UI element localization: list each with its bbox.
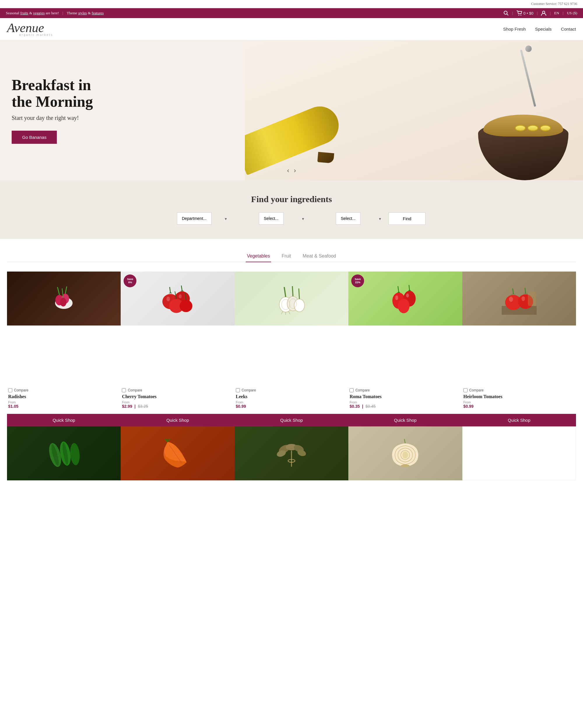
hero-content: Breakfast in the Morning Start your day … (0, 59, 122, 161)
announcement-text: Seasonal fruits & veggies are here! (6, 11, 59, 16)
save-percent-cherry: 8% (128, 281, 132, 284)
language-selector[interactable]: EN (554, 11, 559, 16)
hero-cta-button[interactable]: Go Bananas (12, 131, 57, 144)
cart-button[interactable]: 0 • $0 (517, 10, 533, 16)
logo[interactable]: Avenue organic markets (7, 22, 53, 36)
save-percent-roma: 22% (355, 281, 360, 284)
select1-wrapper: Select... (234, 212, 308, 225)
tab-fruit[interactable]: Fruit (280, 251, 292, 262)
product-card-herbs (235, 426, 348, 480)
hero-next-button[interactable]: › (294, 167, 296, 175)
product-info-radishes: Compare Radishes From $1.05 (7, 385, 121, 412)
banana-slice (527, 125, 538, 131)
veggies-link[interactable]: veggies (33, 11, 45, 15)
nav-shop-fresh[interactable]: Shop Fresh (503, 27, 526, 31)
styles-link[interactable]: styles (78, 11, 87, 15)
product-card-leeks: Compare Leeks From $0.99 Quick Shop (235, 271, 348, 426)
product-price-radishes: $1.05 (8, 404, 119, 409)
herbs-svg (275, 439, 308, 468)
finder-section: Find your ingredients Department... Sele… (0, 180, 583, 239)
product-card-empty (462, 426, 576, 480)
svg-point-35 (398, 299, 410, 313)
hero-prev-button[interactable]: ‹ (287, 167, 289, 175)
product-card-cherry-tomatoes: Save 8% (121, 271, 234, 426)
product-info-leeks: Compare Leeks From $0.99 (235, 385, 348, 412)
account-button[interactable] (541, 10, 546, 16)
spoon-head (525, 45, 533, 53)
quick-shop-radishes[interactable]: Quick Shop (7, 414, 121, 426)
save-label-cherry: Save (127, 278, 133, 281)
radishes-img-bg (7, 271, 121, 326)
compare-label-roma: Compare (355, 388, 370, 392)
quick-shop-cherry-tomatoes[interactable]: Quick Shop (121, 414, 234, 426)
product-from-leeks: From (236, 400, 347, 404)
quick-shop-roma-tomatoes[interactable]: Quick Shop (348, 414, 462, 426)
divider: | (62, 11, 63, 16)
product-info-heirloom: Compare Heirloom Tomatoes From $0.99 (462, 385, 576, 412)
svg-point-2 (518, 15, 519, 16)
search-icon (503, 10, 509, 16)
header-icons: | 0 • $0 | | EN | US ($) (503, 10, 577, 16)
banana-decoration (245, 101, 344, 175)
banana-slice (515, 125, 526, 131)
carrot-svg (162, 439, 194, 468)
svg-line-29 (299, 288, 299, 299)
select1[interactable]: Select... (259, 212, 284, 225)
svg-rect-47 (528, 291, 536, 306)
finder-row: Department... Select... Select... Find (158, 212, 425, 225)
svg-line-1 (507, 14, 508, 16)
logo-name: Avenue (7, 22, 44, 34)
product-card-zucchini (7, 426, 121, 480)
tab-vegetables[interactable]: Vegetables (246, 251, 271, 262)
product-from-heirloom: From (464, 400, 575, 404)
compare-checkbox-cherry[interactable] (122, 388, 126, 392)
quick-shop-leeks[interactable]: Quick Shop (235, 414, 348, 426)
product-card-onion (348, 426, 462, 480)
cherry-tomatoes-img-bg (121, 271, 234, 326)
product-from-radishes: From (8, 400, 119, 404)
compare-row-heirloom: Compare (464, 388, 575, 392)
announcement-left: Seasonal fruits & veggies are here! | Th… (6, 11, 104, 16)
department-select[interactable]: Department... (177, 212, 212, 225)
compare-label-cherry: Compare (128, 388, 142, 392)
product-price-leeks: $0.99 (236, 404, 347, 409)
product-image-radishes (7, 271, 121, 385)
nav-contact[interactable]: Contact (561, 27, 576, 31)
tab-meat-seafood[interactable]: Meat & Seafood (301, 251, 337, 262)
roma-price-original: $0.45 (365, 404, 376, 409)
roma-price-current: $0.35 (350, 404, 360, 409)
quick-shop-heirloom[interactable]: Quick Shop (462, 414, 576, 426)
banana-slice (540, 125, 551, 131)
product-price-cherry: $2.99 | $3.25 (122, 404, 233, 409)
svg-point-3 (520, 15, 521, 16)
currency-selector[interactable]: US ($) (567, 11, 577, 16)
compare-label-radishes: Compare (14, 388, 28, 392)
features-link[interactable]: features (92, 11, 104, 15)
heirloom-img-bg (462, 271, 576, 326)
svg-point-20 (166, 296, 170, 301)
find-button[interactable]: Find (389, 212, 425, 225)
svg-point-21 (179, 294, 182, 298)
svg-line-9 (57, 287, 59, 295)
roma-tomatoes-svg (388, 283, 423, 315)
search-button[interactable] (503, 10, 509, 16)
fruits-link[interactable]: fruits (20, 11, 28, 15)
product-image-leeks (235, 271, 348, 385)
product-image-cherry-tomatoes: Save 8% (121, 271, 234, 385)
svg-line-10 (65, 286, 67, 294)
select2[interactable]: Select... (336, 212, 361, 225)
compare-checkbox-heirloom[interactable] (464, 388, 468, 392)
products-section: Vegetables Fruit Meat & Seafood (0, 239, 583, 492)
svg-point-45 (509, 296, 513, 302)
nav-specials[interactable]: Specials (535, 27, 552, 31)
product-image-heirloom (462, 271, 576, 385)
leeks-img-bg (235, 271, 348, 326)
compare-checkbox-leeks[interactable] (236, 388, 240, 392)
product-card-radishes: Compare Radishes From $1.05 Quick Shop (7, 271, 121, 426)
compare-checkbox-radishes[interactable] (8, 388, 12, 392)
compare-checkbox-roma[interactable] (350, 388, 354, 392)
product-card-heirloom: Compare Heirloom Tomatoes From $0.99 Qui… (462, 271, 576, 426)
hero-subtitle: Start your day the right way! (12, 114, 111, 121)
product-card-roma-tomatoes: Save 22% (348, 271, 462, 426)
user-icon (541, 10, 546, 16)
